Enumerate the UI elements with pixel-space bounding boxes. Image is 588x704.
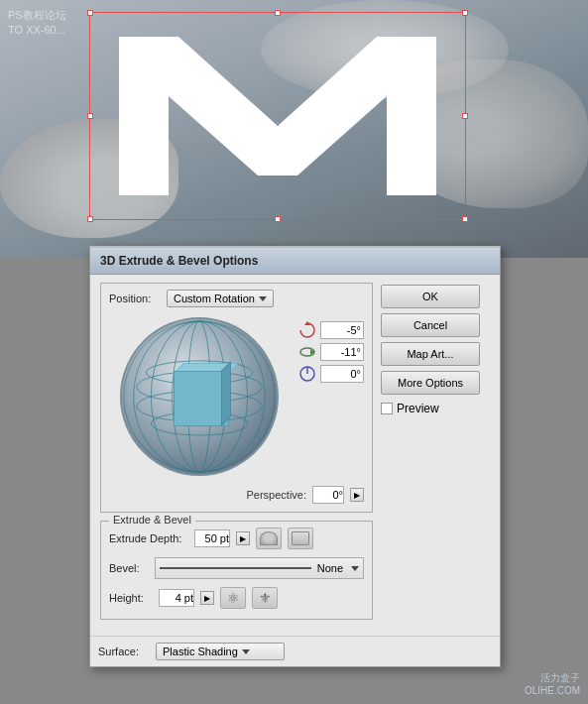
rotation-z-row: 0° <box>298 365 364 383</box>
cap-button-2[interactable] <box>288 528 313 549</box>
rotation-y-input[interactable]: -11° <box>320 343 364 361</box>
bevel-select[interactable]: None <box>155 557 364 579</box>
dialog-3d-extrude: 3D Extrude & Bevel Options Position: Cus… <box>89 246 501 667</box>
position-value: Custom Rotation <box>174 293 255 304</box>
bevel-row: Bevel: None <box>109 557 364 579</box>
position-section: Position: Custom Rotation <box>100 283 373 513</box>
extrude-depth-arrow[interactable]: ▶ <box>236 531 250 545</box>
rotation-y-row: -11° <box>298 343 364 361</box>
bevel-label: Bevel: <box>109 562 149 574</box>
dialog-left-panel: Position: Custom Rotation <box>100 283 373 628</box>
cancel-button[interactable]: Cancel <box>381 313 480 337</box>
dialog-title: 3D Extrude & Bevel Options <box>100 254 258 268</box>
watermark-top: PS教程论坛 TO XX-60... <box>8 8 66 39</box>
preview-checkbox[interactable] <box>381 403 393 414</box>
perspective-label: Perspective: <box>246 489 306 501</box>
sphere-and-controls: -5° -11° 0° <box>109 313 364 480</box>
perspective-arrow-btn[interactable]: ▶ <box>350 488 364 502</box>
extrude-bevel-label: Extrude & Bevel <box>109 514 195 526</box>
twist-button-1[interactable]: ⚛ <box>220 587 246 609</box>
rotation-x-row: -5° <box>298 321 364 339</box>
bevel-value: None <box>317 562 343 574</box>
cube-face-right <box>221 361 231 426</box>
rotation-y-icon <box>298 343 316 361</box>
extrude-depth-row: Extrude Depth: ▶ <box>109 528 364 549</box>
height-row: Height: ▶ ⚛ ⚜ <box>109 587 364 609</box>
preview-label: Preview <box>397 402 439 415</box>
position-row: Position: Custom Rotation <box>109 290 364 307</box>
height-input[interactable] <box>159 589 194 607</box>
surface-value: Plastic Shading <box>163 645 238 657</box>
position-dropdown-arrow <box>259 296 267 301</box>
rotation-z-icon <box>298 365 316 383</box>
map-art-button[interactable]: Map Art... <box>381 342 480 366</box>
cap-button-1[interactable] <box>256 528 282 549</box>
rotation-x-input[interactable]: -5° <box>320 321 364 339</box>
rotation-controls: -5° -11° 0° <box>298 321 364 383</box>
extrude-depth-input[interactable] <box>194 529 230 547</box>
surface-label: Surface: <box>98 645 150 657</box>
position-label: Position: <box>109 293 161 304</box>
rotation-x-icon <box>298 321 316 339</box>
cap-icon-flat <box>292 531 309 545</box>
preview-row: Preview <box>381 400 490 417</box>
twist-button-2[interactable]: ⚜ <box>252 587 278 609</box>
position-dropdown[interactable]: Custom Rotation <box>167 290 274 307</box>
sphere-container[interactable] <box>120 317 279 476</box>
extrude-bevel-section: Extrude & Bevel Extrude Depth: ▶ Bevel: <box>100 521 373 620</box>
dialog-content: Position: Custom Rotation <box>90 275 500 636</box>
watermark-bottom: 活力盒子 OLIHE.COM <box>525 671 580 696</box>
bevel-dropdown-arrow <box>351 566 359 571</box>
rotation-z-input[interactable]: 0° <box>320 365 364 383</box>
3d-cube <box>160 357 239 436</box>
bevel-line-icon <box>160 567 311 569</box>
ok-button[interactable]: OK <box>381 285 480 308</box>
letter-m <box>90 13 465 219</box>
perspective-input[interactable] <box>312 486 344 504</box>
dialog-titlebar: 3D Extrude & Bevel Options <box>90 248 500 275</box>
selection-box <box>89 12 466 220</box>
extrude-depth-label: Extrude Depth: <box>109 532 188 544</box>
height-label: Height: <box>109 592 153 604</box>
perspective-row: Perspective: ▶ <box>109 486 364 504</box>
more-options-button[interactable]: More Options <box>381 371 480 395</box>
surface-row: Surface: Plastic Shading <box>90 636 500 666</box>
height-arrow[interactable]: ▶ <box>200 591 214 605</box>
dialog-right-panel: OK Cancel Map Art... More Options Previe… <box>381 283 490 628</box>
surface-dropdown-arrow <box>242 649 250 654</box>
cap-icon-round <box>260 531 278 545</box>
surface-dropdown[interactable]: Plastic Shading <box>156 643 285 660</box>
